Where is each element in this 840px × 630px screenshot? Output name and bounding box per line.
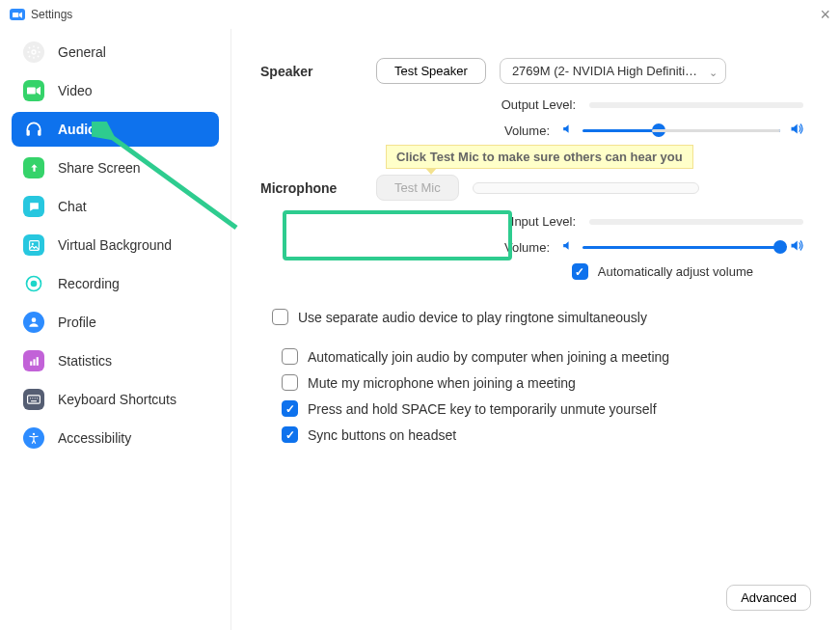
window-title: Settings: [31, 8, 72, 21]
option-sync-headset[interactable]: Sync buttons on headset: [282, 426, 811, 443]
checkbox[interactable]: [272, 309, 288, 325]
svg-point-14: [30, 397, 31, 398]
speaker-volume-row: Volume:: [260, 122, 811, 139]
advanced-button[interactable]: Advanced: [726, 585, 811, 611]
sidebar-item-keyboard-shortcuts[interactable]: Keyboard Shortcuts: [12, 382, 219, 417]
checkbox[interactable]: [282, 348, 298, 365]
speaker-low-icon: [559, 123, 575, 138]
microphone-device-select[interactable]: ⌄: [473, 182, 699, 194]
svg-rect-0: [13, 13, 18, 17]
sidebar-item-label: Profile: [58, 315, 96, 330]
sidebar-item-label: Virtual Background: [58, 237, 172, 253]
mic-volume-slider[interactable]: [583, 246, 780, 249]
sidebar-item-chat[interactable]: Chat: [12, 189, 219, 224]
chevron-down-icon: ⌄: [709, 67, 718, 79]
svg-rect-4: [38, 130, 41, 136]
option-separate-ringtone[interactable]: Use separate audio device to play ringto…: [272, 309, 811, 325]
option-label: Press and hold SPACE key to temporarily …: [308, 401, 657, 417]
output-level-row: Output Level:: [260, 97, 811, 112]
sidebar-item-label: Keyboard Shortcuts: [58, 392, 176, 407]
auto-adjust-checkbox[interactable]: [572, 263, 588, 280]
auto-adjust-label: Automatically adjust volume: [598, 264, 753, 279]
speaker-high-icon: [788, 238, 803, 256]
svg-point-19: [33, 433, 35, 435]
svg-point-8: [31, 281, 38, 288]
input-level-label: Input Level:: [511, 214, 576, 229]
zoom-app-icon: [10, 9, 25, 20]
sidebar-item-label: Audio: [58, 122, 96, 137]
sidebar-item-label: Video: [58, 83, 93, 98]
svg-rect-13: [28, 396, 41, 403]
profile-icon: [23, 312, 44, 333]
sidebar-item-video[interactable]: Video: [12, 73, 219, 108]
test-speaker-button[interactable]: Test Speaker: [376, 58, 486, 84]
microphone-row: Microphone Test Mic ⌄: [260, 175, 811, 201]
share-screen-icon: [23, 157, 44, 178]
mic-volume-row: Volume:: [260, 238, 811, 256]
gear-icon: [23, 41, 44, 63]
checkbox[interactable]: [282, 426, 298, 443]
volume-label: Volume:: [504, 123, 550, 138]
svg-point-6: [31, 242, 33, 244]
speaker-row: Speaker Test Speaker 2769M (2- NVIDIA Hi…: [260, 58, 811, 84]
sidebar-item-recording[interactable]: Recording: [12, 266, 219, 301]
input-level-row: Input Level:: [260, 214, 811, 229]
speaker-high-icon: [788, 122, 803, 139]
titlebar: Settings ×: [0, 0, 840, 29]
option-label: Sync buttons on headset: [308, 427, 456, 443]
sidebar-item-audio[interactable]: Audio: [12, 112, 219, 147]
sidebar-item-virtual-background[interactable]: Virtual Background: [12, 228, 219, 262]
chat-icon: [23, 196, 44, 217]
option-mute-on-join[interactable]: Mute my microphone when joining a meetin…: [282, 374, 811, 391]
sidebar-item-statistics[interactable]: Statistics: [12, 343, 219, 378]
sidebar-item-share-screen[interactable]: Share Screen: [12, 151, 219, 185]
output-level-label: Output Level:: [501, 97, 576, 112]
speaker-low-icon: [559, 239, 575, 255]
svg-point-16: [35, 397, 36, 398]
svg-point-15: [32, 397, 33, 398]
svg-point-17: [37, 397, 38, 398]
recording-icon: [23, 273, 44, 294]
sidebar-item-label: General: [58, 44, 106, 60]
speaker-device-select[interactable]: 2769M (2- NVIDIA High Definitio... ⌄: [500, 58, 726, 84]
input-level-meter: [589, 219, 803, 225]
test-mic-tooltip: Click Test Mic to make sure others can h…: [386, 145, 693, 169]
settings-sidebar: General Video Audio Share Screen Chat: [0, 29, 231, 630]
option-label: Use separate audio device to play ringto…: [298, 310, 647, 325]
auto-adjust-row: Automatically adjust volume: [260, 263, 811, 280]
close-icon[interactable]: ×: [820, 5, 830, 25]
accessibility-icon: [23, 427, 44, 449]
speaker-device-value: 2769M (2- NVIDIA High Definitio...: [512, 64, 702, 78]
checkbox[interactable]: [282, 374, 298, 391]
svg-rect-18: [31, 400, 37, 401]
svg-rect-10: [30, 361, 32, 365]
output-level-meter: [589, 102, 803, 108]
virtual-bg-icon: [23, 234, 44, 256]
sidebar-item-label: Statistics: [58, 353, 112, 369]
svg-rect-11: [33, 359, 35, 366]
headphones-icon: [23, 119, 44, 140]
video-icon: [23, 80, 44, 101]
volume-label: Volume:: [504, 240, 550, 255]
option-label: Mute my microphone when joining a meetin…: [308, 375, 576, 391]
svg-rect-12: [36, 357, 38, 366]
checkbox[interactable]: [282, 400, 298, 417]
chevron-down-icon: ⌄: [682, 191, 691, 194]
sidebar-item-profile[interactable]: Profile: [12, 305, 219, 340]
sidebar-item-accessibility[interactable]: Accessibility: [12, 421, 219, 455]
option-auto-join[interactable]: Automatically join audio by computer whe…: [282, 348, 811, 365]
svg-point-1: [32, 50, 36, 54]
sidebar-item-general[interactable]: General: [12, 35, 219, 69]
speaker-volume-slider[interactable]: [583, 129, 780, 132]
sidebar-item-label: Accessibility: [58, 430, 131, 446]
option-label: Automatically join audio by computer whe…: [308, 349, 669, 365]
statistics-icon: [23, 350, 44, 371]
test-mic-button[interactable]: Test Mic: [376, 175, 459, 201]
sidebar-item-label: Chat: [58, 199, 87, 214]
svg-point-9: [32, 317, 37, 322]
svg-rect-3: [27, 130, 30, 136]
keyboard-icon: [23, 389, 44, 410]
option-space-unmute[interactable]: Press and hold SPACE key to temporarily …: [282, 400, 811, 417]
speaker-label: Speaker: [260, 64, 376, 79]
svg-rect-2: [27, 88, 36, 95]
